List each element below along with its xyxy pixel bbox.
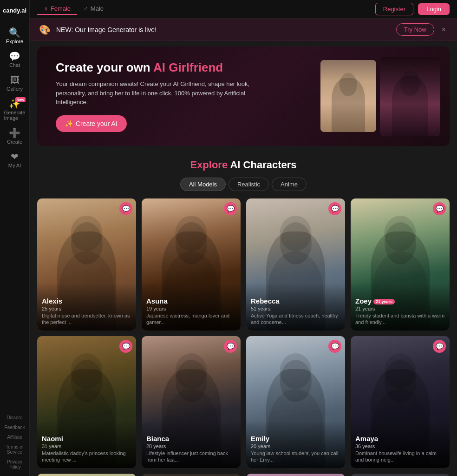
char-card-alexis[interactable]: 💬 Alexis 25 years Digital muse and trend… [37,198,136,331]
char-age: 31 years [42,443,131,449]
create-icon: ➕ [9,128,20,138]
sidebar-item-gallery[interactable]: 🖼 Gallery [0,72,29,95]
char-age: 20 years [251,443,340,449]
chat-button-rebecca[interactable]: 💬 [328,202,341,215]
svg-point-0 [71,216,102,251]
create-ai-button[interactable]: ✨ Create your AI [56,115,127,132]
explore-title: Explore AI Characters [37,159,450,171]
promo-banner: 🎨 NEW: Our Image Generator is live! Try … [30,19,457,41]
chat-button-alexis[interactable]: 💬 [119,202,132,215]
char-name: Asuna [146,297,236,305]
char-description: Trendy student and barista with a warm a… [355,312,445,326]
sidebar-item-explore[interactable]: 🔍 Explore [0,24,29,48]
sidebar-item-label: Gallery [7,86,23,92]
chat-button-naomi[interactable]: 💬 [119,340,132,353]
female-label: Female [51,5,71,12]
login-button[interactable]: Login [418,3,450,15]
female-icon: ♀ [44,5,48,12]
char-description: Active Yoga and fitness coach, healthy a… [251,312,340,326]
chat-button-emily[interactable]: 💬 [328,340,341,353]
sidebar-affiliate-link[interactable]: Affiliate [5,433,24,442]
sidebar-item-label: Create [7,139,22,145]
hero-content: Create your own AI Girlfriend Your dream… [56,60,251,132]
create-icon: ✨ [65,120,73,127]
sidebar-item-label: My AI [8,163,21,168]
filter-all-models[interactable]: All Models [180,178,226,191]
close-icon[interactable]: × [440,26,448,34]
site-logo: candy.ai [3,5,26,17]
banner-icon: 🎨 [39,24,51,35]
gender-tabs: ♀ Female ♂ Male [37,3,110,15]
sidebar: candy.ai 🔍 Explore 💬 Chat 🖼 Gallery ✨ Ne… [0,0,30,476]
main-content: 🎨 NEW: Our Image Generator is live! Try … [30,19,457,476]
filter-tabs: All Models Realistic Anime [37,178,450,191]
char-card-rebecca[interactable]: 💬 Rebecca 51 years Active Yoga and fitne… [246,198,345,331]
sidebar-feedback-link[interactable]: Feedback [3,423,27,432]
char-card-row3-1[interactable]: 💬 [37,474,136,476]
chat-button-bianca[interactable]: 💬 [224,340,237,353]
topnav-right: Register Login [375,3,450,15]
char-card-asuna[interactable]: 💬 Asuna 19 years Japanese waitress, mang… [142,198,241,331]
svg-point-14 [384,353,416,389]
char-card-naomi[interactable]: 💬 Naomi 31 years Materialistic daddy's p… [37,336,136,468]
char-age: 21 years [355,306,445,311]
sidebar-tos-link[interactable]: Terms of Service [0,443,29,456]
char-description: Dominant housewife living in a calm and … [355,450,445,463]
chat-button-zoey[interactable]: 💬 [433,202,446,215]
hero-figure-1 [320,60,376,132]
char-age: 19 years [146,306,236,311]
char-age: 28 years [146,443,236,449]
char-info-zoey: Zoey21 years 21 years Trendy student and… [351,283,450,331]
topnav: ♀ Female ♂ Male Register Login [30,0,457,19]
try-now-button[interactable]: Try Now [396,23,434,36]
sidebar-item-label: Chat [9,62,20,68]
register-button[interactable]: Register [375,3,413,15]
char-card-zoey[interactable]: 💬 Zoey21 years 21 years Trendy student a… [351,198,450,331]
char-card-amaya[interactable]: 💬 Amaya 36 years Dominant housewife livi… [351,336,450,468]
hero-section: Create your own AI Girlfriend Your dream… [37,46,450,146]
char-info-amaya: Amaya 36 years Dominant housewife living… [351,421,450,468]
char-card-row3-2[interactable]: 💬 [142,474,241,476]
char-description: Japanese waitress, manga lover and gamer… [146,312,236,326]
explore-icon: 🔍 [9,28,20,37]
sidebar-bottom: Discord Feedback Affiliate Terms of Serv… [0,413,29,471]
char-card-row3-3[interactable]: 💬 [246,474,345,476]
sidebar-item-create[interactable]: ➕ Create [0,125,29,148]
char-card-row3-4[interactable]: 💬 [351,474,450,476]
char-name: Naomi [42,435,131,443]
gender-tab-female[interactable]: ♀ Female [37,3,77,15]
sidebar-item-generate[interactable]: ✨ New GenerateImage [0,95,29,125]
logo-text: candy.ai [3,7,26,14]
sidebar-item-label: Explore [6,39,23,44]
sidebar-discord-link[interactable]: Discord [5,413,25,422]
char-name: Zoey21 years [355,297,445,305]
sidebar-item-myai[interactable]: ❤ My AI [0,148,29,172]
sidebar-item-chat[interactable]: 💬 Chat [0,48,29,72]
explore-section: Explore AI Characters All Models Realist… [30,152,457,476]
svg-point-4 [280,216,311,251]
filter-realistic[interactable]: Realistic [228,178,269,191]
sidebar-item-label: GenerateImage [4,110,26,121]
svg-point-8 [71,353,102,389]
char-card-emily[interactable]: 💬 Emily 20 years Young law school studen… [246,336,345,468]
char-name: Emily [251,435,340,443]
character-grid: 💬 Alexis 25 years Digital muse and trend… [37,198,450,476]
char-name: Bianca [146,435,236,443]
svg-point-12 [280,353,311,389]
banner-text: NEW: Our Image Generator is live! [56,26,391,33]
chat-button-amaya[interactable]: 💬 [433,340,446,353]
char-info-bianca: Bianca 28 years Lifestyle influencer jus… [142,421,241,468]
hero-title: Create your own AI Girlfriend [56,60,251,75]
gender-tab-male[interactable]: ♂ Male [77,3,110,15]
char-info-asuna: Asuna 19 years Japanese waitress, manga … [142,283,241,331]
char-info-emily: Emily 20 years Young law school student,… [246,421,345,468]
char-card-bianca[interactable]: 💬 Bianca 28 years Lifestyle influencer j… [142,336,241,468]
char-description: Young law school student, you can call h… [251,450,340,463]
char-description: Lifestyle influencer just coming back fr… [146,450,236,463]
chat-button-asuna[interactable]: 💬 [224,202,237,215]
sidebar-privacy-link[interactable]: Privacy Policy [0,457,29,471]
age-badge: 21 years [373,299,395,304]
filter-anime[interactable]: Anime [272,178,307,191]
char-name: Amaya [355,435,445,443]
char-info-naomi: Naomi 31 years Materialistic daddy's pri… [37,421,136,468]
